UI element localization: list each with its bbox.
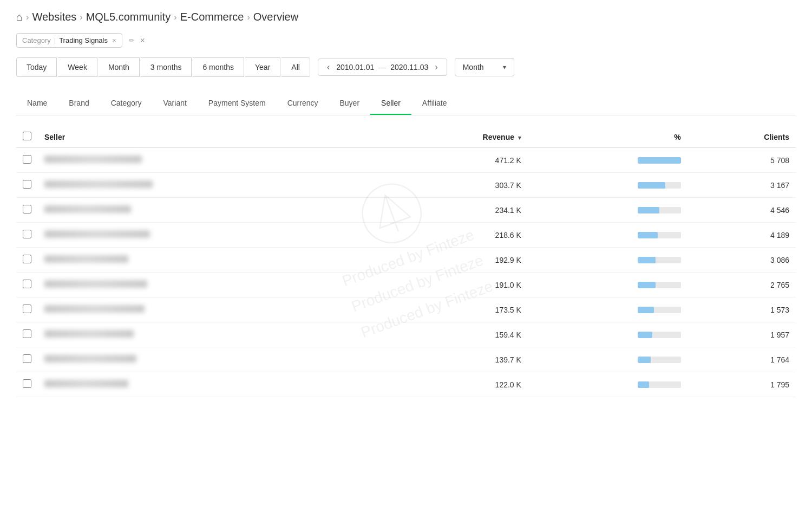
groupby-dropdown[interactable]: Month ▾ bbox=[455, 58, 514, 76]
table-row: 192.9 K 3 086 bbox=[16, 248, 796, 273]
period-toolbar: Today Week Month 3 months 6 months Year … bbox=[16, 57, 796, 77]
row-checkbox[interactable] bbox=[23, 379, 31, 388]
row-checkbox[interactable] bbox=[23, 354, 31, 363]
row-checkbox-cell bbox=[16, 223, 38, 248]
percent-bar-fill bbox=[638, 257, 656, 263]
row-checkbox-cell bbox=[16, 148, 38, 173]
row-checkbox[interactable] bbox=[23, 255, 31, 263]
period-6months[interactable]: 6 months bbox=[193, 57, 244, 77]
row-checkbox[interactable] bbox=[23, 205, 31, 213]
percent-cell bbox=[528, 248, 687, 273]
breadcrumb: ⌂ › Websites › MQL5.community › E-Commer… bbox=[16, 11, 796, 23]
period-all[interactable]: All bbox=[281, 57, 310, 77]
row-checkbox-cell bbox=[16, 198, 38, 223]
period-week[interactable]: Week bbox=[58, 57, 97, 77]
header-clients: Clients bbox=[687, 126, 796, 148]
date-range-group: ‹ 2010.01.01 — 2020.11.03 › bbox=[318, 59, 447, 76]
seller-name-blurred bbox=[44, 380, 128, 387]
percent-bar-fill bbox=[638, 307, 654, 313]
clients-cell: 4 546 bbox=[687, 198, 796, 223]
clients-cell: 1 764 bbox=[687, 347, 796, 372]
tab-payment-system[interactable]: Payment System bbox=[198, 92, 277, 115]
period-today[interactable]: Today bbox=[16, 57, 57, 77]
filter-tag-close-icon[interactable]: × bbox=[112, 36, 116, 44]
tab-brand[interactable]: Brand bbox=[58, 92, 100, 115]
period-3months[interactable]: 3 months bbox=[141, 57, 192, 77]
tab-navigation: Name Brand Category Variant Payment Syst… bbox=[16, 92, 796, 115]
percent-bar-bg bbox=[638, 232, 681, 238]
breadcrumb-mql5[interactable]: MQL5.community bbox=[86, 11, 171, 23]
tab-variant[interactable]: Variant bbox=[153, 92, 198, 115]
breadcrumb-websites[interactable]: Websites bbox=[32, 11, 76, 23]
revenue-cell: 303.7 K bbox=[382, 173, 528, 198]
percent-bar-bg bbox=[638, 282, 681, 288]
date-prev-button[interactable]: ‹ bbox=[325, 62, 332, 72]
tab-buyer[interactable]: Buyer bbox=[329, 92, 370, 115]
percent-bar-bg bbox=[638, 182, 681, 189]
filter-tag-value: Trading Signals bbox=[59, 36, 108, 44]
tab-affiliate[interactable]: Affiliate bbox=[411, 92, 458, 115]
breadcrumb-sep-0: › bbox=[26, 12, 29, 22]
breadcrumb-overview[interactable]: Overview bbox=[253, 11, 298, 23]
percent-bar-container bbox=[534, 157, 681, 164]
seller-name-cell bbox=[38, 297, 382, 322]
row-checkbox-cell bbox=[16, 248, 38, 273]
data-table: Seller Revenue ▾ % Clients 471.2 K 5 708… bbox=[16, 126, 796, 397]
row-checkbox[interactable] bbox=[23, 155, 31, 164]
row-checkbox[interactable] bbox=[23, 180, 31, 189]
row-checkbox[interactable] bbox=[23, 230, 31, 238]
row-checkbox-cell bbox=[16, 273, 38, 297]
tab-name[interactable]: Name bbox=[16, 92, 58, 115]
percent-bar-container bbox=[534, 332, 681, 338]
percent-bar-fill bbox=[638, 381, 649, 388]
seller-name-cell bbox=[38, 198, 382, 223]
home-icon[interactable]: ⌂ bbox=[16, 11, 23, 23]
revenue-cell: 191.0 K bbox=[382, 273, 528, 297]
period-year[interactable]: Year bbox=[245, 57, 280, 77]
seller-name-blurred bbox=[44, 156, 142, 163]
tab-currency[interactable]: Currency bbox=[277, 92, 329, 115]
percent-bar-container bbox=[534, 357, 681, 363]
date-start: 2010.01.01 bbox=[336, 63, 374, 72]
revenue-cell: 139.7 K bbox=[382, 347, 528, 372]
percent-cell bbox=[528, 148, 687, 173]
revenue-cell: 122.0 K bbox=[382, 372, 528, 397]
header-percent: % bbox=[528, 126, 687, 148]
date-end: 2020.11.03 bbox=[390, 63, 428, 72]
filter-clear-icon[interactable]: × bbox=[140, 36, 145, 46]
percent-bar-container bbox=[534, 381, 681, 388]
header-checkbox-col bbox=[16, 126, 38, 148]
percent-cell bbox=[528, 322, 687, 347]
row-checkbox[interactable] bbox=[23, 280, 31, 288]
percent-cell bbox=[528, 347, 687, 372]
clients-cell: 5 708 bbox=[687, 148, 796, 173]
revenue-cell: 234.1 K bbox=[382, 198, 528, 223]
percent-bar-bg bbox=[638, 307, 681, 313]
clients-cell: 3 167 bbox=[687, 173, 796, 198]
row-checkbox-cell bbox=[16, 372, 38, 397]
row-checkbox[interactable] bbox=[23, 329, 31, 338]
percent-cell bbox=[528, 297, 687, 322]
filter-tags-container: Category | Trading Signals × ✏ × bbox=[16, 33, 796, 48]
percent-cell bbox=[528, 223, 687, 248]
row-checkbox-cell bbox=[16, 297, 38, 322]
revenue-cell: 192.9 K bbox=[382, 248, 528, 273]
tab-category[interactable]: Category bbox=[100, 92, 153, 115]
date-next-button[interactable]: › bbox=[433, 62, 440, 72]
seller-name-blurred bbox=[44, 280, 147, 288]
filter-edit-icon[interactable]: ✏ bbox=[129, 36, 135, 44]
table-row: 159.4 K 1 957 bbox=[16, 322, 796, 347]
period-month[interactable]: Month bbox=[99, 57, 140, 77]
revenue-cell: 471.2 K bbox=[382, 148, 528, 173]
table-row: 471.2 K 5 708 bbox=[16, 148, 796, 173]
percent-bar-bg bbox=[638, 381, 681, 388]
select-all-checkbox[interactable] bbox=[23, 132, 31, 140]
breadcrumb-ecommerce[interactable]: E-Commerce bbox=[180, 11, 244, 23]
seller-name-blurred bbox=[44, 330, 134, 338]
percent-cell bbox=[528, 198, 687, 223]
header-revenue[interactable]: Revenue ▾ bbox=[382, 126, 528, 148]
seller-name-cell bbox=[38, 347, 382, 372]
percent-bar-fill bbox=[638, 182, 665, 189]
row-checkbox[interactable] bbox=[23, 305, 31, 313]
tab-seller[interactable]: Seller bbox=[370, 92, 411, 115]
